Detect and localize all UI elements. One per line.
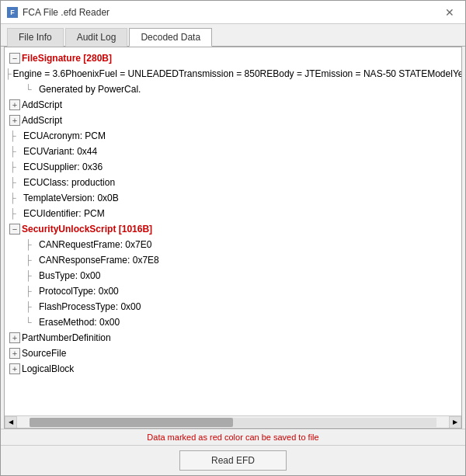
tree-connector: ├ xyxy=(9,207,22,220)
tree-row: ├CANResponseFrame: 0x7E8 xyxy=(5,252,461,268)
content-area: −FileSignature [280B]├Engine = 3.6Phoeni… xyxy=(4,47,462,429)
tree-row: +AddScript xyxy=(5,113,461,128)
tree-label: AddScript xyxy=(22,113,62,127)
tree-label: ECUIdentifier: PCM xyxy=(23,207,105,221)
expand-icon[interactable]: + xyxy=(9,99,20,110)
tree-label: ECUClass: production xyxy=(23,175,115,189)
scroll-track[interactable] xyxy=(30,418,436,427)
tree-row: ├ECUAcronym: PCM xyxy=(5,128,461,144)
tree-connector: ├ xyxy=(5,68,12,80)
tree-row: ├TemplateVersion: 0x0B xyxy=(5,190,461,206)
tree-label: ECUAcronym: PCM xyxy=(23,129,106,143)
tree-connector-end: └ xyxy=(25,83,37,96)
tree-connector: ├ xyxy=(9,130,22,142)
horizontal-scrollbar[interactable]: ◀ ▶ xyxy=(5,415,461,428)
tree-connector-end: └ xyxy=(25,316,37,328)
tree-row: └Generated by PowerCal. xyxy=(5,82,461,97)
tree-connector: ├ xyxy=(9,176,22,189)
tree-row: −SecurityUnlockScript [1016B] xyxy=(5,221,461,237)
tree-label: ECUSupplier: 0x36 xyxy=(23,160,103,174)
tree-connector: ├ xyxy=(9,161,22,173)
bottom-bar: Read EFD xyxy=(1,445,465,475)
tree-row: ├ECUSupplier: 0x36 xyxy=(5,159,461,175)
tree-row: ├ECUVariant: 0x44 xyxy=(5,144,461,159)
tab-decoded-data[interactable]: Decoded Data xyxy=(129,28,212,47)
collapse-icon[interactable]: − xyxy=(9,53,20,64)
collapse-icon[interactable]: − xyxy=(9,224,20,235)
tree-label: BusType: 0x00 xyxy=(39,269,100,283)
tree-row: −FileSignature [280B] xyxy=(5,50,461,66)
tree-connector: ├ xyxy=(25,285,37,297)
app-icon: F xyxy=(7,7,18,18)
status-bar: Data marked as red color can be saved to… xyxy=(1,429,465,445)
scroll-thumb[interactable] xyxy=(30,418,233,427)
tree-row: ├ECUIdentifier: PCM xyxy=(5,206,461,221)
tree-connector: ├ xyxy=(25,254,37,266)
expand-icon[interactable]: + xyxy=(9,348,20,359)
tree-label: LogicalBlock xyxy=(22,362,74,376)
tree-view[interactable]: −FileSignature [280B]├Engine = 3.6Phoeni… xyxy=(5,47,461,415)
tree-row: +LogicalBlock xyxy=(5,361,461,377)
tree-row: ├Engine = 3.6PhoenixFuel = UNLEADEDTrans… xyxy=(5,66,461,82)
tree-label: FlashProcessType: 0x00 xyxy=(39,300,141,314)
tree-connector: ├ xyxy=(9,145,22,158)
tree-label: ECUVariant: 0x44 xyxy=(23,144,97,158)
tree-label: PartNumberDefinition xyxy=(22,331,111,345)
window-title: FCA File .efd Reader xyxy=(23,7,110,18)
tree-connector: ├ xyxy=(9,192,22,204)
tree-label: Generated by PowerCal. xyxy=(39,82,141,96)
tree-label: CANRequestFrame: 0x7E0 xyxy=(39,238,151,252)
tree-label: SecurityUnlockScript [1016B] xyxy=(22,222,152,236)
expand-icon[interactable]: + xyxy=(9,332,20,343)
tree-row: ├ECUClass: production xyxy=(5,175,461,190)
close-button[interactable]: ✕ xyxy=(440,5,459,20)
tree-label: TemplateVersion: 0x0B xyxy=(23,191,119,205)
tree-row: +SourceFile xyxy=(5,346,461,361)
tree-label: EraseMethod: 0x00 xyxy=(39,315,120,329)
scroll-right-arrow[interactable]: ▶ xyxy=(449,416,461,429)
title-bar-left: F FCA File .efd Reader xyxy=(7,7,110,18)
expand-icon[interactable]: + xyxy=(9,363,20,374)
status-message: Data marked as red color can be saved to… xyxy=(147,433,318,442)
tab-file-info[interactable]: File Info xyxy=(7,28,64,47)
scroll-left-arrow[interactable]: ◀ xyxy=(5,416,17,429)
read-efd-button[interactable]: Read EFD xyxy=(179,450,287,471)
tree-label: ProtocolType: 0x00 xyxy=(39,284,119,298)
tree-label: CANResponseFrame: 0x7E8 xyxy=(39,253,159,267)
expand-icon[interactable]: + xyxy=(9,115,20,126)
tree-row: ├CANRequestFrame: 0x7E0 xyxy=(5,237,461,252)
tree-row: ├FlashProcessType: 0x00 xyxy=(5,299,461,314)
tree-connector: ├ xyxy=(25,269,37,282)
tree-row: +PartNumberDefinition xyxy=(5,330,461,346)
tree-label: FileSignature [280B] xyxy=(22,51,112,65)
tree-connector: ├ xyxy=(25,301,37,313)
tree-row: ├BusType: 0x00 xyxy=(5,268,461,283)
main-window: F FCA File .efd Reader ✕ File Info Audit… xyxy=(0,0,466,476)
tree-row: └EraseMethod: 0x00 xyxy=(5,314,461,330)
tree-row: ├ProtocolType: 0x00 xyxy=(5,283,461,299)
tree-label: SourceFile xyxy=(22,346,66,360)
title-bar: F FCA File .efd Reader ✕ xyxy=(1,1,465,24)
tab-audit-log[interactable]: Audit Log xyxy=(65,28,128,47)
tree-connector: ├ xyxy=(25,238,37,251)
tree-row: +AddScript xyxy=(5,97,461,113)
tabs-bar: File Info Audit Log Decoded Data xyxy=(1,24,465,47)
tree-label: Engine = 3.6PhoenixFuel = UNLEADEDTransm… xyxy=(13,67,461,81)
tree-label: AddScript xyxy=(22,98,62,112)
